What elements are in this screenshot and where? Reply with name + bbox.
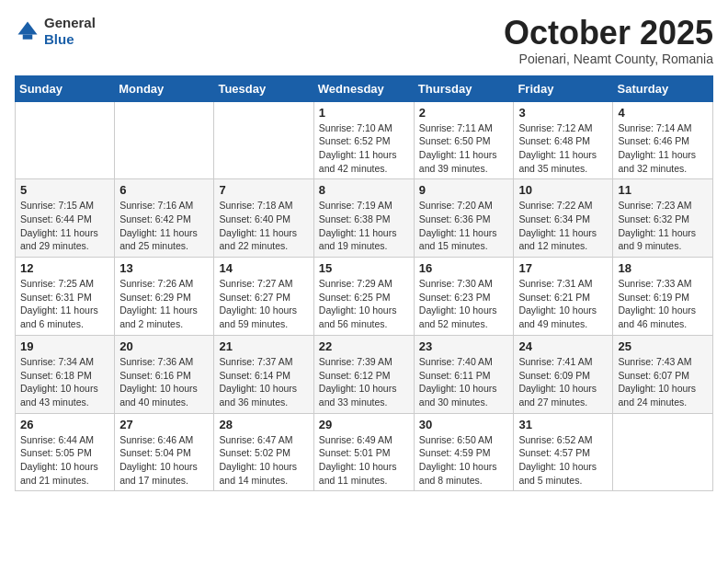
day-info: Sunrise: 7:19 AM Sunset: 6:38 PM Dayligh… [319,199,409,253]
day-number: 14 [219,261,308,275]
day-number: 23 [419,339,509,353]
day-number: 27 [119,418,209,431]
day-number: 8 [319,183,409,197]
day-info: Sunrise: 7:12 AM Sunset: 6:48 PM Dayligh… [518,121,608,176]
col-header-monday: Monday [115,75,214,101]
location: Poienari, Neamt County, Romania [504,52,713,66]
calendar-cell: 23Sunrise: 7:40 AM Sunset: 6:11 PM Dayli… [414,335,514,413]
day-info: Sunrise: 7:27 AM Sunset: 6:27 PM Dayligh… [219,277,308,331]
calendar-cell: 11Sunrise: 7:23 AM Sunset: 6:32 PM Dayli… [613,179,713,258]
day-info: Sunrise: 7:34 AM Sunset: 6:18 PM Dayligh… [20,355,109,409]
day-number: 2 [419,106,509,120]
calendar-cell: 25Sunrise: 7:43 AM Sunset: 6:07 PM Dayli… [613,335,713,413]
day-info: Sunrise: 7:16 AM Sunset: 6:42 PM Dayligh… [119,199,209,253]
day-info: Sunrise: 7:15 AM Sunset: 6:44 PM Dayligh… [20,199,109,253]
week-row-4: 26Sunrise: 6:44 AM Sunset: 5:05 PM Dayli… [16,413,713,491]
day-number: 3 [518,106,608,120]
week-row-1: 5Sunrise: 7:15 AM Sunset: 6:44 PM Daylig… [16,179,713,258]
calendar-cell: 7Sunrise: 7:18 AM Sunset: 6:40 PM Daylig… [214,179,313,258]
day-info: Sunrise: 7:33 AM Sunset: 6:19 PM Dayligh… [618,277,708,331]
day-number: 6 [119,183,209,197]
day-number: 19 [20,339,109,353]
day-info: Sunrise: 7:26 AM Sunset: 6:29 PM Dayligh… [119,277,209,331]
calendar-cell [16,101,115,179]
calendar-cell: 21Sunrise: 7:37 AM Sunset: 6:14 PM Dayli… [214,335,313,413]
header: General Blue October 2025 Poienari, Neam… [15,15,713,66]
day-number: 7 [219,183,308,197]
day-number: 16 [419,261,509,275]
day-number: 20 [119,339,209,353]
day-number: 11 [618,183,708,197]
day-info: Sunrise: 7:36 AM Sunset: 6:16 PM Dayligh… [119,355,209,409]
calendar-cell: 18Sunrise: 7:33 AM Sunset: 6:19 PM Dayli… [613,258,713,336]
calendar-cell [214,101,313,179]
calendar-cell: 8Sunrise: 7:19 AM Sunset: 6:38 PM Daylig… [313,179,414,258]
col-header-saturday: Saturday [613,75,713,101]
col-header-tuesday: Tuesday [214,75,313,101]
day-info: Sunrise: 7:39 AM Sunset: 6:12 PM Dayligh… [319,355,409,409]
month-title: October 2025 [504,15,713,52]
calendar-cell: 17Sunrise: 7:31 AM Sunset: 6:21 PM Dayli… [514,258,613,336]
calendar-cell: 9Sunrise: 7:20 AM Sunset: 6:36 PM Daylig… [414,179,514,258]
day-number: 28 [219,418,308,431]
calendar-cell: 14Sunrise: 7:27 AM Sunset: 6:27 PM Dayli… [214,258,313,336]
day-number: 5 [20,183,109,197]
calendar-cell: 20Sunrise: 7:36 AM Sunset: 6:16 PM Dayli… [115,335,214,413]
day-info: Sunrise: 7:41 AM Sunset: 6:09 PM Dayligh… [518,355,608,409]
calendar-cell: 31Sunrise: 6:52 AM Sunset: 4:57 PM Dayli… [514,413,613,491]
day-info: Sunrise: 7:31 AM Sunset: 6:21 PM Dayligh… [518,277,608,331]
day-number: 10 [518,183,608,197]
day-number: 1 [319,106,409,120]
logo-general: General [44,15,96,30]
calendar-cell: 2Sunrise: 7:11 AM Sunset: 6:50 PM Daylig… [414,101,514,179]
calendar-cell: 5Sunrise: 7:15 AM Sunset: 6:44 PM Daylig… [16,179,115,258]
calendar-cell: 26Sunrise: 6:44 AM Sunset: 5:05 PM Dayli… [16,413,115,491]
svg-rect-2 [23,35,33,40]
calendar-cell: 29Sunrise: 6:49 AM Sunset: 5:01 PM Dayli… [313,413,414,491]
calendar-cell: 24Sunrise: 7:41 AM Sunset: 6:09 PM Dayli… [514,335,613,413]
calendar-cell: 30Sunrise: 6:50 AM Sunset: 4:59 PM Dayli… [414,413,514,491]
day-info: Sunrise: 7:18 AM Sunset: 6:40 PM Dayligh… [219,199,308,253]
day-number: 29 [319,418,409,431]
calendar-cell: 12Sunrise: 7:25 AM Sunset: 6:31 PM Dayli… [16,258,115,336]
calendar-header-row: SundayMondayTuesdayWednesdayThursdayFrid… [16,75,713,101]
col-header-thursday: Thursday [414,75,514,101]
day-number: 30 [419,418,509,431]
day-number: 15 [319,261,409,275]
day-info: Sunrise: 7:25 AM Sunset: 6:31 PM Dayligh… [20,277,109,331]
col-header-wednesday: Wednesday [313,75,414,101]
day-info: Sunrise: 6:52 AM Sunset: 4:57 PM Dayligh… [518,433,608,488]
day-info: Sunrise: 7:14 AM Sunset: 6:46 PM Dayligh… [618,121,708,176]
logo: General Blue [15,15,96,48]
calendar-cell: 13Sunrise: 7:26 AM Sunset: 6:29 PM Dayli… [115,258,214,336]
day-info: Sunrise: 7:30 AM Sunset: 6:23 PM Dayligh… [419,277,509,331]
calendar-cell [115,101,214,179]
col-header-sunday: Sunday [16,75,115,101]
day-info: Sunrise: 6:46 AM Sunset: 5:04 PM Dayligh… [119,433,209,488]
day-number: 12 [20,261,109,275]
day-info: Sunrise: 7:22 AM Sunset: 6:34 PM Dayligh… [518,199,608,253]
week-row-3: 19Sunrise: 7:34 AM Sunset: 6:18 PM Dayli… [16,335,713,413]
day-info: Sunrise: 7:37 AM Sunset: 6:14 PM Dayligh… [219,355,308,409]
day-info: Sunrise: 7:20 AM Sunset: 6:36 PM Dayligh… [419,199,509,253]
day-info: Sunrise: 7:10 AM Sunset: 6:52 PM Dayligh… [319,121,409,176]
day-number: 9 [419,183,509,197]
calendar-cell: 6Sunrise: 7:16 AM Sunset: 6:42 PM Daylig… [115,179,214,258]
calendar-cell: 28Sunrise: 6:47 AM Sunset: 5:02 PM Dayli… [214,413,313,491]
col-header-friday: Friday [514,75,613,101]
title-block: October 2025 Poienari, Neamt County, Rom… [504,15,713,66]
day-number: 18 [618,261,708,275]
calendar-cell: 15Sunrise: 7:29 AM Sunset: 6:25 PM Dayli… [313,258,414,336]
day-info: Sunrise: 7:29 AM Sunset: 6:25 PM Dayligh… [319,277,409,331]
calendar-cell: 10Sunrise: 7:22 AM Sunset: 6:34 PM Dayli… [514,179,613,258]
day-info: Sunrise: 6:49 AM Sunset: 5:01 PM Dayligh… [319,433,409,488]
day-info: Sunrise: 7:11 AM Sunset: 6:50 PM Dayligh… [419,121,509,176]
calendar-cell [613,413,713,491]
logo-blue: Blue [44,31,74,47]
day-number: 17 [518,261,608,275]
calendar-cell: 19Sunrise: 7:34 AM Sunset: 6:18 PM Dayli… [16,335,115,413]
logo-text: General Blue [44,15,96,48]
day-info: Sunrise: 6:50 AM Sunset: 4:59 PM Dayligh… [419,433,509,488]
week-row-2: 12Sunrise: 7:25 AM Sunset: 6:31 PM Dayli… [16,258,713,336]
day-number: 22 [319,339,409,353]
